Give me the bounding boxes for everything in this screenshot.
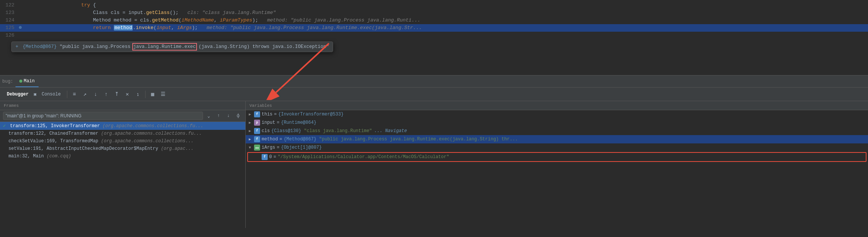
var-name-cls: cls	[262, 128, 270, 134]
var-name-this: this	[262, 112, 273, 117]
var-eq-input: =	[277, 120, 279, 125]
comment-125: method: "public java.lang.Process java.l…	[207, 25, 422, 31]
var-row-iargs[interactable]: ▼ oo iArgs = {Object[1]@807}	[246, 143, 868, 152]
frame-item-1[interactable]: transform:122, ChainedTransformer (org.a…	[0, 130, 245, 137]
debugger-toolbar: Debugger ▣ Console ≡ ↗ ↓ ↑ ⤒ ✕ ₁ ▦ ☰	[0, 88, 868, 101]
kw-input: input	[157, 25, 171, 31]
line-number-125: 125	[0, 24, 19, 32]
debugger-main: Frames ⌄ ↑ ↓ ⌽ ✓ transform:125, InvokerT…	[0, 101, 868, 228]
frame-check: ✓	[3, 123, 6, 129]
toolbar-sep-1	[67, 91, 67, 98]
var-row-this[interactable]: ▶ f this = {InvokerTransformer@533}	[246, 110, 868, 119]
var-name-iargs: iArgs	[262, 145, 275, 150]
frame-item-4[interactable]: main:32, Main (com.cqq)	[0, 152, 245, 160]
tab-debugger[interactable]: Debugger	[3, 90, 33, 98]
frame-italic-4: (com.cqq)	[46, 154, 71, 159]
var-row-0[interactable]: f 0 = "/System/Applications/Calculator.a…	[247, 152, 866, 162]
var-value-iargs: {Object[1]@807}	[281, 145, 322, 150]
frames-down-btn[interactable]: ↓	[224, 112, 232, 120]
var-row-method[interactable]: ▶ f method = {Method@867} "public java.l…	[246, 135, 868, 143]
toolbar-btn-table[interactable]: ▦	[148, 89, 158, 99]
line-number-124: 124	[0, 17, 19, 24]
toolbar-btn-resume[interactable]: ≡	[70, 89, 79, 99]
frame-italic-0: (org.apache.commons.collections.fu...	[102, 123, 203, 129]
toolbar-btn-stop[interactable]: ✕	[122, 89, 132, 99]
var-icon-0: f	[262, 154, 268, 160]
frame-item-3[interactable]: setValue:191, AbstractInputCheckedMapDec…	[0, 145, 245, 152]
tab-main-label: Main	[24, 78, 35, 84]
var-string-cls: "class java.lang.Runtime"	[301, 128, 372, 134]
thread-expand-btn[interactable]: ⌄	[205, 112, 213, 120]
line-number-122: 122	[0, 2, 19, 9]
var-navigate-cls[interactable]: ... Navigate	[374, 128, 407, 134]
var-value-method: {Method@867}	[284, 137, 316, 142]
frames-up-btn[interactable]: ↑	[214, 112, 223, 120]
toolbar-btn-subscript[interactable]: ₁	[133, 89, 143, 99]
var-expand-this[interactable]: ▶	[249, 112, 254, 117]
var-eq-iargs: =	[277, 145, 279, 150]
frame-text-3: setValue:191, AbstractInputCheckedMapDec…	[3, 146, 161, 151]
frame-item-0[interactable]: ✓ transform:125, InvokerTransformer (org…	[0, 122, 245, 130]
tooltip-popup: + {Method@867} "public java.lang.Process…	[11, 42, 333, 52]
toolbar-btn-step-out[interactable]: ↑	[101, 89, 111, 99]
var-expand-iargs[interactable]: ▼	[249, 146, 254, 150]
var-expand-method[interactable]: ▶	[249, 137, 254, 142]
var-icon-cls: f	[254, 128, 260, 134]
toolbar-sep-2	[145, 91, 146, 98]
code-line-125: 125 ⊕ return method.invoke(input, iArgs)…	[0, 24, 868, 32]
tab-bar: bug: Main	[0, 75, 868, 88]
frames-header-label: Frames	[4, 103, 19, 108]
variables-panel: Variables ▶ f this = {InvokerTransformer…	[246, 101, 868, 228]
tooltip-text-after: (java.lang.String) throws java.io.IOExce…	[198, 44, 329, 49]
toolbar-btn-step-into[interactable]: ↓	[91, 89, 101, 99]
frame-italic-1: (org.apache.commons.collections.fu...	[101, 131, 202, 136]
var-expand-0	[256, 155, 262, 159]
var-row-input[interactable]: ▶ p input = {Runtime@864}	[246, 119, 868, 127]
var-row-cls[interactable]: ▶ f cls {Class@130} "class java.lang.Run…	[246, 127, 868, 135]
bug-label: bug:	[2, 79, 13, 84]
var-eq-0: =	[273, 154, 276, 160]
tooltip-text-before: "public java.lang.Process	[60, 44, 133, 49]
thread-selector[interactable]	[3, 112, 203, 120]
var-name-0: 0	[269, 154, 272, 160]
var-eq-method: =	[279, 137, 282, 142]
tooltip-addr: {Method@867}	[23, 44, 57, 49]
toolbar-btn-step-over[interactable]: ↗	[80, 89, 90, 99]
code-editor: 122 try { 123 Class cls = input.getClass…	[0, 0, 868, 75]
var-icon-input: p	[254, 120, 260, 126]
frame-text-2: checkSetValue:169, TransformedMap	[3, 139, 101, 144]
frame-text-4: main:32, Main	[3, 154, 46, 159]
variables-header: Variables	[246, 101, 868, 110]
var-value-0: "/System/Applications/Calculator.app/Con…	[277, 154, 449, 160]
variables-list: ▶ f this = {InvokerTransformer@533} ▶ p …	[246, 110, 868, 228]
code-lines: 122 try { 123 Class cls = input.getClass…	[0, 0, 868, 39]
toolbar-btn-force-step[interactable]: ⤒	[112, 89, 122, 99]
variables-header-label: Variables	[250, 103, 272, 108]
line-content-126	[26, 32, 868, 39]
frames-list: ✓ transform:125, InvokerTransformer (org…	[0, 122, 245, 228]
toolbar-btn-menu[interactable]: ☰	[158, 89, 168, 99]
frame-italic-2: (org.apache.commons.collections...	[101, 139, 194, 144]
frame-item-2[interactable]: checkSetValue:169, TransformedMap (org.a…	[0, 137, 245, 145]
frame-italic-3: (org.apac...	[161, 146, 194, 151]
tooltip-expand: +	[16, 44, 19, 49]
frame-text-0: transform:125, InvokerTransformer	[10, 123, 102, 129]
tab-console[interactable]: Console	[38, 90, 64, 98]
var-value-input: {Runtime@864}	[281, 120, 316, 125]
toolbar-icon-console-icon: ▣	[34, 92, 37, 97]
tooltip-highlighted: java.lang.Runtime.exec	[133, 44, 196, 49]
line-gutter-125: ⊕	[19, 24, 26, 32]
frame-text-1: transform:122, ChainedTransformer	[3, 131, 101, 136]
var-name-method: method	[262, 137, 278, 142]
var-name-input: input	[262, 120, 275, 125]
code-line-126: 126	[0, 32, 868, 39]
var-expand-input[interactable]: ▶	[249, 120, 254, 125]
var-expand-cls[interactable]: ▶	[249, 129, 254, 133]
frames-header: Frames	[0, 101, 245, 110]
var-icon-method: f	[254, 136, 260, 142]
tab-dot	[19, 80, 22, 83]
frames-filter-btn[interactable]: ⌽	[234, 112, 242, 120]
tab-main[interactable]: Main	[16, 75, 39, 87]
kw-invoke: invoke	[136, 25, 153, 31]
line-number-126: 126	[0, 32, 19, 39]
